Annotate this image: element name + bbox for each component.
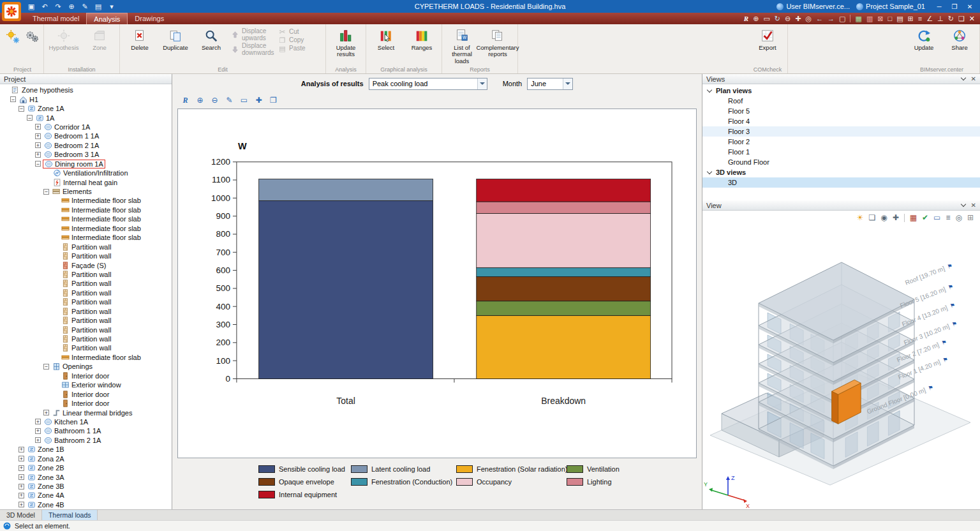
ribbon-button-update[interactable]: Update	[906, 25, 942, 64]
close-icon[interactable]: ✕	[971, 76, 976, 82]
ribbon-button-paste[interactable]: ▤Paste	[278, 45, 322, 52]
views-section-plan-views[interactable]: Plan views	[702, 86, 980, 96]
tree-item-1a[interactable]: −1A	[0, 113, 172, 122]
full-view-icon[interactable]: ▢	[839, 15, 845, 22]
tree-item-zone-1a[interactable]: −Zone 1A	[0, 104, 172, 113]
bottom-tab-3d-model[interactable]: 3D Model	[0, 510, 42, 520]
ribbon-button-delete[interactable]: Delete	[122, 25, 158, 64]
tree-item-dining-room-1a[interactable]: −Dining room 1A	[0, 160, 172, 168]
redraw-icon[interactable]: R	[744, 15, 748, 22]
tree-item-partition-wall[interactable]: Partition wall	[0, 307, 172, 316]
ribbon-button-hypothesis[interactable]: Hypothesis	[46, 25, 82, 64]
tree-item-partition-wall[interactable]: Partition wall	[0, 343, 172, 352]
bimserver-project[interactable]: Project Sample_01	[856, 3, 925, 10]
undo-button[interactable]: ↶	[40, 3, 49, 10]
monitor-icon[interactable]: ▭	[933, 214, 940, 221]
analysis-results-select[interactable]: Peak cooling load	[369, 78, 487, 90]
hatch-display-icon[interactable]: ▤	[896, 15, 903, 22]
ribbon-button-copy[interactable]: ❐Copy	[278, 37, 322, 44]
apply-check-icon[interactable]: ✔	[922, 214, 928, 221]
view-item-roof[interactable]: Roof	[702, 96, 980, 106]
angle-measure-icon[interactable]: ∠	[926, 15, 933, 22]
orbit-icon[interactable]: ↻	[948, 15, 954, 22]
tree-item-intermediate-floor-slab[interactable]: Intermediate floor slab	[0, 206, 172, 214]
dropdown-arrow-icon[interactable]	[477, 79, 487, 89]
view-item-floor-2[interactable]: Floor 2	[702, 137, 980, 147]
tree-item-bathroom-2-1a[interactable]: +Bathroom 2 1A	[0, 436, 172, 445]
tree-item-interior-door[interactable]: Interior door	[0, 371, 172, 380]
tree-item-partition-wall[interactable]: Partition wall	[0, 242, 172, 251]
maximize-button[interactable]: ❐	[947, 3, 962, 10]
collapse-toggle-icon[interactable]: −	[27, 115, 33, 121]
close-button[interactable]: ✕	[962, 3, 977, 10]
tree-item-interior-door[interactable]: Interior door	[0, 399, 172, 408]
previous-view-icon[interactable]: ←	[816, 15, 823, 22]
view-item-3d[interactable]: 3D	[702, 177, 980, 188]
view-item-floor-5[interactable]: Floor 5	[702, 106, 980, 116]
close-tools-icon[interactable]: ✕	[969, 15, 975, 22]
center-view-icon[interactable]: ◎	[805, 15, 812, 22]
views-section-3d-views[interactable]: 3D views	[702, 167, 980, 177]
tree-item-partition-wall[interactable]: Partition wall	[0, 316, 172, 325]
isometric-cube-icon[interactable]: ❏	[868, 214, 875, 221]
tree-item-ventilation-infiltration[interactable]: Ventilation/Infiltration	[0, 168, 172, 177]
view-item-floor-3[interactable]: Floor 3	[702, 126, 980, 137]
expand-toggle-icon[interactable]: +	[19, 474, 24, 480]
expand-toggle-icon[interactable]: +	[19, 484, 24, 490]
collapse-toggle-icon[interactable]: −	[10, 96, 16, 102]
ribbon-button-duplicate[interactable]: Duplicate	[158, 25, 193, 64]
expand-toggle-icon[interactable]: +	[35, 124, 41, 130]
ribbon-button-search[interactable]: Search	[193, 25, 229, 64]
next-view-icon[interactable]: →	[828, 15, 835, 22]
tree-item-bathroom-1-1a[interactable]: +Bathroom 1 1A	[0, 426, 172, 435]
model-box-icon[interactable]: ⊞	[967, 214, 974, 221]
close-icon[interactable]: ✕	[971, 202, 976, 209]
layers-stack-icon[interactable]: ≡	[946, 214, 950, 221]
layers-icon[interactable]: ≡	[918, 15, 922, 22]
perpendicular-snap-icon[interactable]: ⊥	[937, 15, 944, 22]
collapse-toggle-icon[interactable]: −	[19, 106, 24, 112]
collapse-chevron-icon[interactable]	[960, 202, 965, 207]
general-options-button[interactable]	[22, 25, 41, 64]
pan-icon[interactable]: ✚	[253, 95, 264, 106]
zoom-in-icon[interactable]: ⊕	[195, 95, 205, 106]
zoom-out-icon[interactable]: ⊖	[209, 95, 220, 106]
ribbon-button-ranges[interactable]: Ranges	[404, 25, 440, 64]
dxf-background-icon[interactable]: ⊠	[877, 15, 883, 22]
selection-rectangle-icon[interactable]: □	[888, 15, 893, 22]
sun-light-icon[interactable]: ☀	[857, 214, 864, 221]
ribbon-button-displace-upwards[interactable]: Displace upwards	[230, 28, 275, 41]
update-view-icon[interactable]: ↻	[775, 15, 780, 22]
3d-view[interactable]: ZYX Roof [19.70 m]⚑Floor 5 [16.20 m]⚑Flo…	[702, 225, 980, 509]
tree-item-partition-wall[interactable]: Partition wall	[0, 297, 172, 306]
tree-item-zone-3b[interactable]: +Zone 3B	[0, 482, 172, 491]
app-logo-icon[interactable]	[2, 2, 21, 24]
visibility-icon[interactable]: ◉	[880, 214, 887, 221]
tree-item-zone-2b[interactable]: +Zone 2B	[0, 463, 172, 472]
ribbon-button-select[interactable]: Select	[368, 25, 404, 64]
pan-view-icon[interactable]: ✚	[893, 214, 899, 221]
view-item-ground-floor[interactable]: Ground Floor	[702, 157, 980, 167]
expand-toggle-icon[interactable]: +	[19, 493, 24, 498]
expand-toggle-icon[interactable]: +	[19, 447, 24, 452]
expand-toggle-icon[interactable]: +	[35, 142, 41, 148]
ribbon-button-displace-downwards[interactable]: Displace downwards	[230, 43, 275, 56]
tree-item-zone-1b[interactable]: +Zone 1B	[0, 445, 172, 454]
snap-grid-icon[interactable]: ⊞	[908, 15, 914, 22]
expand-toggle-icon[interactable]: +	[35, 437, 41, 443]
tab-drawings[interactable]: Drawings	[128, 13, 171, 24]
copy-view-icon[interactable]: ❐	[268, 95, 279, 106]
tree-item-partition-wall[interactable]: Partition wall	[0, 279, 172, 288]
tree-item-zone-3a[interactable]: +Zone 3A	[0, 472, 172, 481]
expand-toggle-icon[interactable]: +	[35, 419, 41, 424]
tree-item-intermediate-floor-slab[interactable]: Intermediate floor slab	[0, 196, 172, 205]
expand-toggle-icon[interactable]: +	[19, 465, 24, 471]
minimize-button[interactable]: ─	[932, 3, 947, 10]
tree-item-internal-heat-gain[interactable]: Internal heat gain	[0, 177, 172, 186]
zoom-in-icon[interactable]: ⊕	[753, 15, 759, 22]
tree-item-zone-4b[interactable]: +Zone 4B	[0, 500, 172, 509]
bim-model-views-icon[interactable]: ▥	[866, 15, 873, 22]
pan-icon[interactable]: ✚	[795, 15, 801, 22]
ribbon-button-complementary-reports[interactable]: Complementary reports	[480, 25, 516, 64]
table-view-icon[interactable]: ▦	[910, 214, 917, 221]
